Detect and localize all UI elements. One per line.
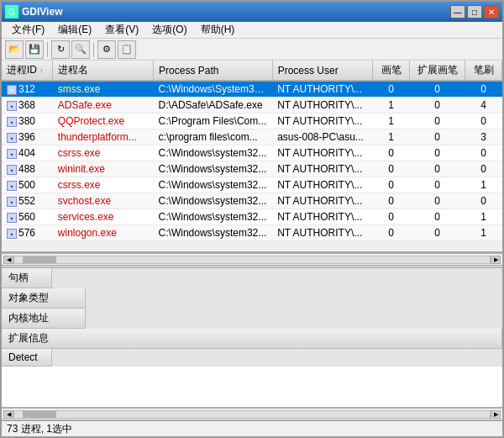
toolbar-save[interactable]: 💾 (25, 40, 44, 59)
cell-path: C:\Windows\system32... (154, 209, 273, 225)
proc-icon: ▪ (7, 213, 17, 223)
cell-pid: ▪500 (2, 177, 53, 193)
main-window: G GDIView — □ ✕ 文件(F) 编辑(E) 查看(V) 选项(O) … (0, 0, 504, 438)
lower-table: 句柄 对象类型 内核地址 扩展信息 Detect (2, 268, 502, 367)
window-title: GDIView (22, 6, 62, 18)
cell-c2: 0 (409, 113, 465, 129)
cell-c3: 0 (465, 161, 502, 177)
cell-c3: 1 (465, 177, 502, 193)
cell-c2: 0 (409, 81, 465, 98)
table-row[interactable]: ▪312 smss.exe C:\Windows\System32... NT … (2, 81, 502, 98)
maximize-button[interactable]: □ (467, 5, 482, 18)
lower-scrollbar-h[interactable]: ◀ ▶ (2, 408, 502, 420)
proc-icon: ▪ (7, 197, 17, 207)
table-row[interactable]: ▪560 services.exe C:\Windows\system32...… (2, 209, 502, 225)
table-row[interactable]: ▪404 csrss.exe C:\Windows\system32... NT… (2, 145, 502, 161)
cell-path: C:\Windows\system32... (154, 145, 273, 161)
cell-user: NT AUTHORITY\... (272, 113, 373, 129)
proc-icon: ▪ (7, 149, 17, 159)
proc-icon: ▪ (7, 133, 17, 143)
table-row[interactable]: ▪500 csrss.exe C:\Windows\system32... NT… (2, 177, 502, 193)
scroll-thumb[interactable] (23, 256, 56, 263)
cell-c3: 0 (465, 113, 502, 129)
table-header-row: 进程ID ↑ 进程名 Process Path Process User 画笔 … (2, 61, 502, 81)
col-header-c3[interactable]: 笔刷 (465, 61, 502, 81)
toolbar-separator-1 (47, 42, 48, 57)
scroll-left-btn[interactable]: ◀ (3, 256, 13, 264)
process-table-container[interactable]: 进程ID ↑ 进程名 Process Path Process User 画笔 … (2, 61, 502, 253)
close-button[interactable]: ✕ (484, 5, 499, 18)
proc-icon: ▪ (7, 165, 17, 175)
cell-name: wininit.exe (53, 161, 154, 177)
cell-user: NT AUTHORITY\... (272, 145, 373, 161)
cell-path: C:\Windows\system32... (154, 177, 273, 193)
table-row[interactable]: ▪380 QQProtect.exe C:\Program Files\Com.… (2, 113, 502, 129)
cell-c1: 0 (373, 161, 410, 177)
upper-panel: 进程ID ↑ 进程名 Process Path Process User 画笔 … (2, 61, 502, 265)
upper-scrollbar-h[interactable]: ◀ ▶ (2, 253, 502, 265)
cell-pid: ▪380 (2, 113, 53, 129)
cell-pid: ▪312 (2, 81, 53, 98)
cell-c3: 4 (465, 98, 502, 113)
cell-c1: 1 (373, 113, 410, 129)
cell-user: NT AUTHORITY\... (272, 98, 373, 113)
cell-c2: 0 (409, 98, 465, 113)
cell-c1: 1 (373, 129, 410, 145)
cell-path: C:\Windows\System32... (154, 81, 273, 98)
cell-c1: 0 (373, 177, 410, 193)
minimize-button[interactable]: — (450, 5, 465, 18)
table-row[interactable]: ▪576 winlogon.exe C:\Windows\system32...… (2, 225, 502, 241)
lower-scroll-thumb[interactable] (23, 411, 56, 418)
cell-c2: 0 (409, 225, 465, 241)
menu-options[interactable]: 选项(O) (145, 21, 193, 39)
lower-scroll-track[interactable] (13, 410, 491, 419)
col-header-c2[interactable]: 扩展画笔 (409, 61, 465, 81)
scroll-track[interactable] (13, 256, 491, 264)
toolbar-refresh[interactable]: ↻ (51, 40, 70, 59)
cell-c3: 0 (465, 81, 502, 98)
toolbar-open[interactable]: 📂 (5, 40, 24, 59)
cell-path: C:\Program Files\Com... (154, 113, 273, 129)
title-bar-left: G GDIView (5, 5, 62, 18)
cell-pid: ▪560 (2, 209, 53, 225)
lower-scroll-left[interactable]: ◀ (3, 410, 13, 419)
proc-icon: ▪ (7, 229, 17, 239)
cell-c3: 1 (465, 225, 502, 241)
cell-user: NT AUTHORITY\... (272, 225, 373, 241)
cell-c2: 0 (409, 177, 465, 193)
cell-c1: 0 (373, 209, 410, 225)
scroll-right-btn[interactable]: ▶ (491, 256, 501, 264)
lower-col-handle[interactable]: 句柄 (2, 268, 52, 288)
cell-name: svchost.exe (53, 193, 154, 209)
lower-col-detect[interactable]: Detect (2, 349, 52, 367)
col-header-name[interactable]: 进程名 (53, 61, 154, 81)
table-row[interactable]: ▪368 ADSafe.exe D:\ADSafe\ADSafe.exe NT … (2, 98, 502, 113)
col-header-user[interactable]: Process User (272, 61, 373, 81)
col-header-c1[interactable]: 画笔 (373, 61, 410, 81)
col-header-path[interactable]: Process Path (154, 61, 273, 81)
cell-c2: 0 (409, 145, 465, 161)
cell-c3: 1 (465, 209, 502, 225)
col-header-pid[interactable]: 进程ID ↑ (2, 61, 53, 81)
lower-scroll-right[interactable]: ▶ (491, 410, 501, 419)
table-row[interactable]: ▪488 wininit.exe C:\Windows\system32... … (2, 161, 502, 177)
window-controls: — □ ✕ (450, 5, 499, 18)
cell-c3: 0 (465, 145, 502, 161)
lower-col-addr[interactable]: 内核地址 (2, 309, 86, 329)
toolbar-extra2[interactable]: 📋 (118, 40, 136, 59)
cell-user: NT AUTHORITY\... (272, 209, 373, 225)
menu-view[interactable]: 查看(V) (98, 21, 145, 39)
menu-help[interactable]: 帮助(H) (194, 21, 242, 39)
cell-c1: 0 (373, 225, 410, 241)
process-table: 进程ID ↑ 进程名 Process Path Process User 画笔 … (2, 61, 502, 241)
status-text: 73 进程, 1选中 (7, 422, 72, 436)
lower-body (2, 367, 502, 408)
menu-edit[interactable]: 编辑(E) (51, 21, 98, 39)
table-row[interactable]: ▪396 thunderplatform... c:\program files… (2, 129, 502, 145)
table-row[interactable]: ▪552 svchost.exe C:\Windows\system32... … (2, 193, 502, 209)
lower-col-ext[interactable]: 扩展信息 (2, 329, 502, 349)
toolbar-search[interactable]: 🔍 (71, 40, 90, 59)
toolbar-extra1[interactable]: ⚙ (97, 40, 116, 59)
menu-file[interactable]: 文件(F) (5, 21, 51, 39)
lower-col-type[interactable]: 对象类型 (2, 288, 86, 309)
